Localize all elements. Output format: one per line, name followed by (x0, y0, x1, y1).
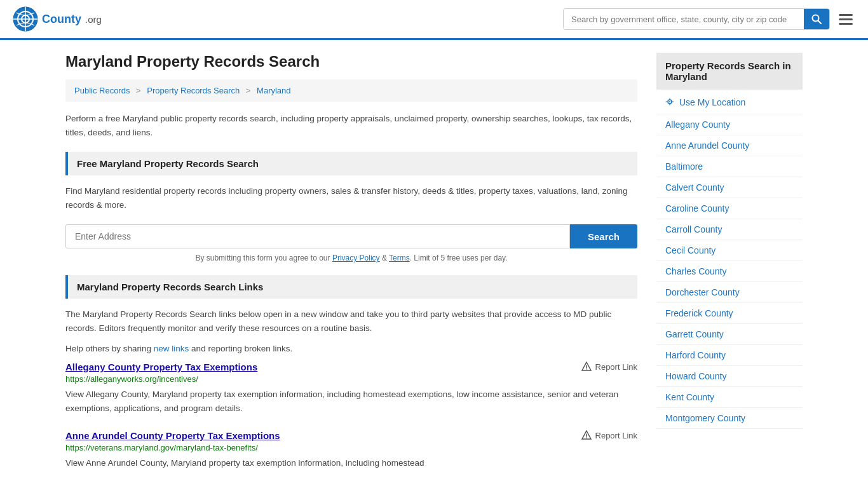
page-description: Perform a free Maryland public property … (65, 112, 637, 139)
report-link-2-label: Report Link (595, 431, 637, 440)
links-desc-2: Help others by sharing new links and rep… (65, 342, 637, 356)
address-form: Search (65, 224, 637, 248)
report-link-1-label: Report Link (595, 362, 637, 372)
county-link-10[interactable]: Garrett County (656, 324, 803, 344)
county-link-12[interactable]: Howard County (656, 366, 803, 386)
svg-point-12 (669, 101, 670, 102)
county-list-item-1: Anne Arundel County (656, 135, 803, 156)
county-list-item-4: Caroline County (656, 198, 803, 219)
logo[interactable]: County.org (13, 6, 102, 32)
county-link-3[interactable]: Calvert County (656, 177, 803, 198)
link-item-1: Allegany County Property Tax Exemptions … (65, 362, 637, 415)
link-item-2-title[interactable]: Anne Arundel County Property Tax Exempti… (65, 430, 280, 441)
link-item-1-header: Allegany County Property Tax Exemptions … (65, 362, 637, 372)
county-list-item-14: Montgomery County (656, 408, 803, 429)
form-note: By submitting this form you agree to our… (65, 254, 637, 262)
breadcrumb-public-records[interactable]: Public Records (74, 86, 130, 95)
breadcrumb: Public Records > Property Records Search… (65, 79, 637, 102)
breadcrumb-maryland[interactable]: Maryland (257, 86, 290, 95)
county-list-item-9: Frederick County (656, 303, 803, 324)
county-list-item-0: Allegany County (656, 114, 803, 135)
link-item-1-title[interactable]: Allegany County Property Tax Exemptions (65, 362, 257, 372)
county-list-item-2: Baltimore (656, 156, 803, 177)
logo-icon (13, 6, 38, 32)
link-item-1-url[interactable]: https://alleganyworks.org/incentives/ (65, 374, 637, 384)
links-desc-2-suffix: and reporting broken links. (189, 344, 292, 353)
header-right (563, 8, 855, 30)
breadcrumb-sep-2: > (246, 86, 251, 95)
privacy-policy-link[interactable]: Privacy Policy (332, 254, 380, 262)
svg-point-8 (586, 369, 587, 370)
county-link-14[interactable]: Montgomery County (656, 408, 803, 428)
global-search-input[interactable] (564, 10, 804, 29)
county-link-4[interactable]: Caroline County (656, 198, 803, 219)
county-list-item-12: Howard County (656, 366, 803, 387)
county-list-item-5: Carroll County (656, 219, 803, 240)
county-link-11[interactable]: Harford County (656, 345, 803, 365)
county-link-5[interactable]: Carroll County (656, 219, 803, 240)
link-item-2-url[interactable]: https://veterans.maryland.gov/maryland-t… (65, 443, 637, 452)
county-link-7[interactable]: Charles County (656, 261, 803, 281)
county-list-item-11: Harford County (656, 345, 803, 366)
form-note-suffix: . Limit of 5 free uses per day. (410, 254, 508, 262)
county-list-item-3: Calvert County (656, 177, 803, 198)
links-section: Maryland Property Records Search Links T… (65, 275, 637, 470)
logo-text: County (42, 13, 81, 26)
link-item-2: Anne Arundel County Property Tax Exempti… (65, 430, 637, 470)
logo-org: .org (85, 14, 102, 25)
global-search-bar (563, 8, 830, 30)
use-my-location-label: Use My Location (679, 97, 745, 107)
form-note-and: & (380, 254, 389, 262)
county-list: Allegany County Anne Arundel County Balt… (656, 114, 803, 429)
county-list-item-8: Dorchester County (656, 282, 803, 303)
main-container: Maryland Property Records Search Public … (53, 40, 815, 488)
report-icon-1 (581, 362, 592, 372)
breadcrumb-property-records-search[interactable]: Property Records Search (147, 86, 240, 95)
links-desc-1: The Maryland Property Records Search lin… (65, 308, 637, 335)
page-title: Maryland Property Records Search (65, 53, 637, 71)
new-links-link[interactable]: new links (154, 344, 189, 353)
link-item-2-header: Anne Arundel County Property Tax Exempti… (65, 430, 637, 441)
links-desc-2-prefix: Help others by sharing (65, 344, 154, 353)
county-link-6[interactable]: Cecil County (656, 240, 803, 261)
svg-point-10 (586, 438, 587, 439)
menu-line-3 (839, 23, 853, 25)
links-header: Maryland Property Records Search Links (65, 275, 637, 299)
county-list-item-13: Kent County (656, 387, 803, 408)
link-item-2-desc: View Anne Arundel County, Maryland prope… (65, 456, 637, 470)
sidebar: Property Records Search in Maryland Use … (656, 53, 803, 485)
form-note-prefix: By submitting this form you agree to our (195, 254, 332, 262)
terms-link[interactable]: Terms (389, 254, 410, 262)
link-item-1-desc: View Allegany County, Maryland property … (65, 388, 637, 415)
county-link-8[interactable]: Dorchester County (656, 282, 803, 302)
use-my-location-button[interactable]: Use My Location (656, 91, 803, 114)
county-list-item-6: Cecil County (656, 240, 803, 261)
address-search-button[interactable]: Search (570, 224, 637, 248)
breadcrumb-sep-1: > (136, 86, 141, 95)
free-search-header: Free Maryland Property Records Search (65, 152, 637, 175)
menu-line-2 (839, 18, 853, 20)
report-link-1-button[interactable]: Report Link (581, 362, 637, 372)
county-list-item-7: Charles County (656, 261, 803, 282)
county-link-2[interactable]: Baltimore (656, 156, 803, 177)
global-search-button[interactable] (804, 9, 829, 29)
search-icon (811, 14, 822, 24)
hamburger-menu-button[interactable] (836, 11, 855, 27)
svg-line-6 (818, 21, 822, 24)
menu-line-1 (839, 14, 853, 16)
report-icon-2 (581, 430, 592, 440)
site-header: County.org (0, 0, 868, 40)
report-link-2-button[interactable]: Report Link (581, 430, 637, 440)
county-link-9[interactable]: Frederick County (656, 303, 803, 323)
sidebar-header: Property Records Search in Maryland (656, 53, 803, 90)
county-link-1[interactable]: Anne Arundel County (656, 135, 803, 156)
county-link-0[interactable]: Allegany County (656, 114, 803, 135)
free-search-desc: Find Maryland residential property recor… (65, 184, 637, 212)
location-icon (665, 98, 674, 107)
county-list-item-10: Garrett County (656, 324, 803, 345)
address-input[interactable] (65, 224, 570, 248)
main-content: Maryland Property Records Search Public … (65, 53, 637, 485)
county-link-13[interactable]: Kent County (656, 387, 803, 407)
